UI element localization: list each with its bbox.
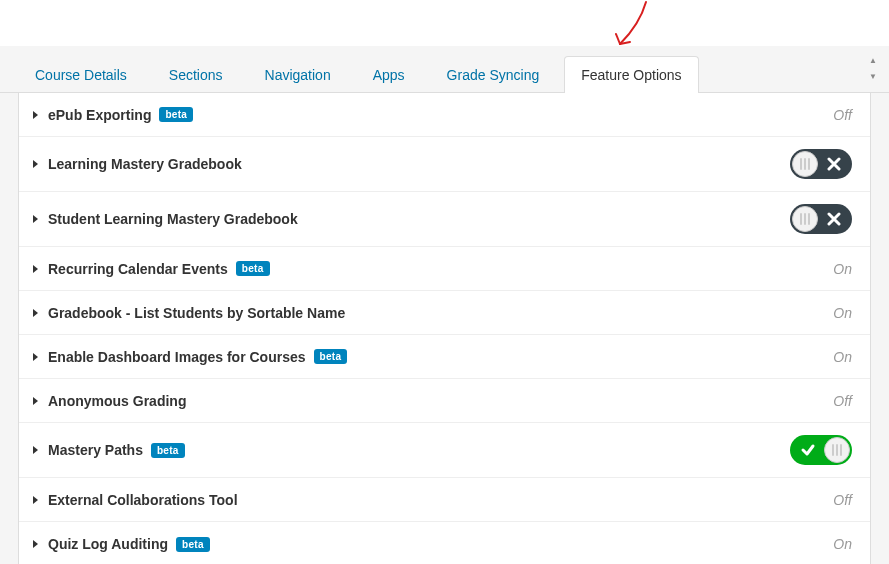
tab-scroll-down[interactable]: ▼: [869, 74, 877, 80]
feature-title: ePub Exporting: [48, 107, 151, 123]
feature-options-panel: ePub ExportingbetaOffLearning Mastery Gr…: [18, 93, 871, 564]
feature-state-text: On: [833, 349, 852, 365]
feature-row: Mastery Pathsbeta: [19, 423, 870, 478]
beta-badge: beta: [314, 349, 348, 364]
x-icon: [818, 212, 850, 226]
check-icon: [792, 442, 824, 458]
beta-badge: beta: [236, 261, 270, 276]
feature-row: Recurring Calendar EventsbetaOn: [19, 247, 870, 291]
feature-row: ePub ExportingbetaOff: [19, 93, 870, 137]
tab-apps[interactable]: Apps: [356, 56, 422, 93]
feature-state-text: On: [833, 305, 852, 321]
feature-toggle[interactable]: [790, 149, 852, 179]
expand-caret-icon[interactable]: [33, 540, 38, 548]
feature-title: Gradebook - List Students by Sortable Na…: [48, 305, 345, 321]
feature-title: External Collaborations Tool: [48, 492, 238, 508]
feature-state-text: Off: [833, 393, 852, 409]
feature-title: Student Learning Mastery Gradebook: [48, 211, 298, 227]
beta-badge: beta: [159, 107, 193, 122]
expand-caret-icon[interactable]: [33, 160, 38, 168]
feature-title: Enable Dashboard Images for Courses: [48, 349, 306, 365]
feature-row: Enable Dashboard Images for CoursesbetaO…: [19, 335, 870, 379]
expand-caret-icon[interactable]: [33, 111, 38, 119]
feature-title: Recurring Calendar Events: [48, 261, 228, 277]
expand-caret-icon[interactable]: [33, 446, 38, 454]
tab-course-details[interactable]: Course Details: [18, 56, 144, 93]
beta-badge: beta: [176, 537, 210, 552]
feature-state-text: Off: [833, 492, 852, 508]
tab-scroll-arrows: ▲ ▼: [869, 58, 877, 80]
settings-container: Course DetailsSectionsNavigationAppsGrad…: [0, 46, 889, 564]
beta-badge: beta: [151, 443, 185, 458]
expand-caret-icon[interactable]: [33, 496, 38, 504]
feature-row: Quiz Log AuditingbetaOn: [19, 522, 870, 564]
tab-scroll-up[interactable]: ▲: [869, 58, 877, 64]
feature-toggle[interactable]: [790, 435, 852, 465]
feature-state-text: Off: [833, 107, 852, 123]
feature-state-text: On: [833, 536, 852, 552]
feature-title: Learning Mastery Gradebook: [48, 156, 242, 172]
tab-bar: Course DetailsSectionsNavigationAppsGrad…: [0, 46, 889, 93]
tab-navigation[interactable]: Navigation: [248, 56, 348, 93]
feature-title: Anonymous Grading: [48, 393, 186, 409]
expand-caret-icon[interactable]: [33, 309, 38, 317]
expand-caret-icon[interactable]: [33, 397, 38, 405]
feature-row: External Collaborations ToolOff: [19, 478, 870, 522]
expand-caret-icon[interactable]: [33, 265, 38, 273]
feature-title: Mastery Paths: [48, 442, 143, 458]
feature-toggle[interactable]: [790, 204, 852, 234]
expand-caret-icon[interactable]: [33, 353, 38, 361]
tab-sections[interactable]: Sections: [152, 56, 240, 93]
feature-row: Student Learning Mastery Gradebook: [19, 192, 870, 247]
tab-feature-options[interactable]: Feature Options: [564, 56, 698, 93]
tab-grade-syncing[interactable]: Grade Syncing: [430, 56, 557, 93]
feature-title: Quiz Log Auditing: [48, 536, 168, 552]
feature-row: Gradebook - List Students by Sortable Na…: [19, 291, 870, 335]
feature-row: Anonymous GradingOff: [19, 379, 870, 423]
x-icon: [818, 157, 850, 171]
expand-caret-icon[interactable]: [33, 215, 38, 223]
feature-row: Learning Mastery Gradebook: [19, 137, 870, 192]
feature-state-text: On: [833, 261, 852, 277]
